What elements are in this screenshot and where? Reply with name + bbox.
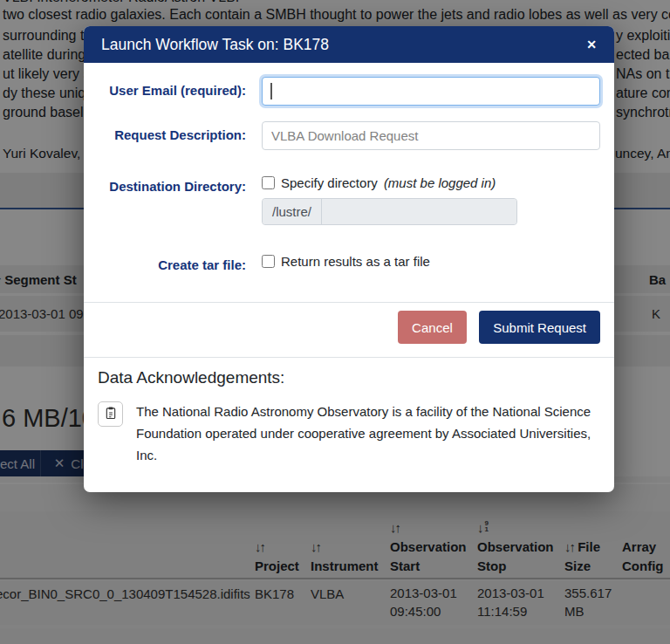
email-form-row: User Email (required):	[84, 77, 614, 106]
modal-header: Launch Workflow Task on: BK178 ✕	[84, 26, 614, 63]
close-icon[interactable]: ✕	[586, 38, 597, 51]
tar-file-label: Return results as a tar file	[281, 254, 430, 269]
specify-directory-checkbox[interactable]	[262, 176, 275, 189]
email-field-label: User Email (required):	[84, 77, 262, 106]
destination-form-row: Destination Directory: Specify directory…	[84, 173, 614, 225]
acknowledgements-heading: Data Acknowledgements:	[98, 368, 600, 387]
text-cursor	[270, 83, 272, 99]
tar-file-checkbox[interactable]	[262, 255, 275, 268]
specify-directory-label: Specify directory	[281, 175, 378, 190]
tar-form-row: Create tar file: Return results as a tar…	[84, 251, 614, 272]
modal-body: User Email (required): Request Descripti…	[84, 63, 614, 492]
modal-footer: Cancel Submit Request	[84, 303, 614, 357]
acknowledgements-section: Data Acknowledgements: The National Radi…	[84, 358, 614, 492]
copy-acknowledgement-button[interactable]	[98, 401, 123, 427]
description-form-row: Request Description:	[84, 121, 614, 150]
modal-title: Launch Workflow Task on: BK178	[101, 36, 329, 54]
destination-field-label: Destination Directory:	[84, 173, 262, 225]
screen: VLBI Interferometer RadioAstron VLBI two…	[0, 0, 670, 644]
acknowledgement-text: The National Radio Astronomy Observatory…	[136, 401, 600, 466]
email-field[interactable]	[262, 77, 600, 106]
clipboard-icon	[105, 406, 117, 423]
directory-field[interactable]	[322, 199, 516, 224]
tar-field-label: Create tar file:	[84, 251, 262, 272]
directory-input-group: /lustre/	[262, 198, 517, 225]
login-required-note: (must be logged in)	[384, 175, 496, 190]
description-field[interactable]	[262, 121, 600, 150]
description-field-label: Request Description:	[84, 121, 262, 150]
cancel-button[interactable]: Cancel	[398, 311, 467, 344]
directory-prefix: /lustre/	[263, 199, 322, 224]
launch-workflow-modal: Launch Workflow Task on: BK178 ✕ User Em…	[84, 26, 614, 492]
submit-request-button[interactable]: Submit Request	[479, 311, 600, 344]
